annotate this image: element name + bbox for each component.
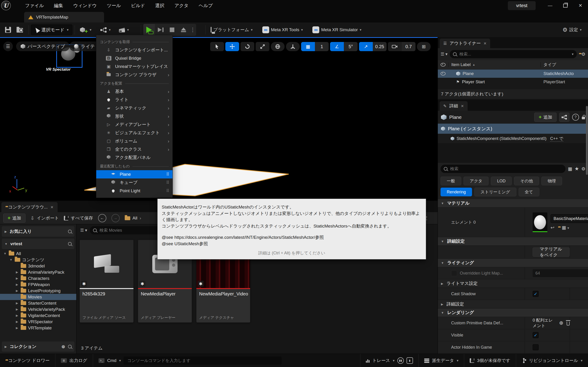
visibility-column-icon[interactable] [438,63,448,67]
viewport-options-button[interactable]: ☰ [3,42,13,51]
menu-item-marketplace[interactable]: ▣Unrealマーケットプレイス [96,62,173,71]
section-advanced-materials[interactable]: ▼詳細設定 [438,237,588,246]
scale-tool-button[interactable] [256,42,269,51]
lightmap-res-value[interactable]: 64 [533,269,588,277]
overridden-lightmap-checkbox[interactable] [451,270,457,276]
outliner-search-box[interactable]: ▾ [450,50,577,58]
menu-item-all-classes[interactable]: ❐全てのクラス› [96,145,173,153]
stop-button[interactable] [166,24,178,36]
frame-skip-button[interactable] [155,24,166,36]
tree-vrtemplate[interactable]: ▶VRTemplate [0,325,76,331]
browse-content-button[interactable] [14,24,26,35]
cast-shadow-checkbox[interactable] [533,291,539,297]
use-selected-asset-icon[interactable]: ↩ [551,225,554,230]
move-tool-button[interactable] [225,42,239,51]
details-search-input[interactable] [450,166,562,172]
chevron-down-icon[interactable]: ▾ [572,52,574,56]
column-item-label[interactable]: Item Label▲ [448,62,540,67]
menu-select[interactable]: 選択 [155,2,164,9]
console-input[interactable] [127,358,278,363]
add-component-button[interactable]: +追加 [534,113,556,122]
outliner-settings-icon[interactable]: ⚙ [581,51,586,57]
menu-item-content-browser[interactable]: コンテンツ ブラウザ› [96,71,173,79]
section-lightmass[interactable]: ▶ライトマス設定 [438,279,588,288]
revision-control-button[interactable]: リビジョンコントロール ▾ [516,354,588,367]
trash-icon[interactable] [567,322,570,325]
favorites-header[interactable]: ▶ お気に入り [2,226,74,237]
chip-general[interactable]: 一般 [441,177,461,185]
menu-edit[interactable]: 編集 [54,2,63,9]
menu-item-quixel-bridge[interactable]: BQuixel Bridge [96,54,173,62]
material-thumbnail[interactable] [533,212,547,232]
close-icon[interactable]: ✕ [484,41,486,46]
add-actor-button[interactable]: + ▾ [77,24,94,35]
surface-snapping-button[interactable] [286,42,300,51]
outliner-row-player-start[interactable]: ⚑ Player Start PlayerStart [438,78,588,86]
add-collection-icon[interactable]: ⊕ [61,344,65,349]
stats-icon[interactable]: ▮▮ [397,357,404,364]
chip-all[interactable]: 全て [519,188,539,196]
camera-speed-button[interactable] [388,42,402,51]
menu-item-cinematic[interactable]: ▰シネマティック› [96,104,173,112]
screenshot-icon[interactable]: ▮ [406,357,413,364]
menu-item-placement-panel[interactable]: アクタ配置パネル [96,153,173,162]
drag-grip-icon[interactable]: ⠿ [166,172,169,177]
eject-button[interactable] [178,24,189,36]
tree-animalvarietypack[interactable]: ▶AnimalVarietyPack [0,269,76,275]
tab-content-browser[interactable]: コンテンツブラウ... ✕ [1,202,58,212]
lock-icon[interactable] [582,117,585,119]
rotation-snap-toggle[interactable]: ∠ [330,42,344,51]
chevron-down-icon[interactable]: ▾ [119,359,121,363]
cb-add-button[interactable]: +追加 [3,214,26,223]
meta-xr-tools-dropdown[interactable]: ∞ Meta XR Tools ▾ [259,24,306,35]
play-options-button[interactable]: ⋮ [189,24,196,36]
section-materials[interactable]: ▼マテリアル [438,199,588,208]
close-button[interactable]: ✕ [573,0,588,11]
tree-vrspectator[interactable]: ▶VRSpectator [0,319,76,325]
save-all-button[interactable]: すべて保存 [64,215,93,221]
menu-item-recent-point-light[interactable]: Point Light⠿ [96,187,173,195]
menu-item-recent-plane[interactable]: Plane⠿ [96,170,173,178]
camera-speed-value[interactable]: 0.7 [402,42,415,51]
texture-options-icon[interactable]: ▦ ▾ [562,225,569,230]
breadcrumb[interactable]: All › [125,216,141,221]
column-type[interactable]: タイプ [540,62,588,67]
trace-button[interactable]: トレース ▾ ▮▮ ▮ [360,354,419,367]
menu-item-shapes[interactable]: 形状› [96,112,173,120]
tree-content[interactable]: ▼コンテンツ [0,257,76,263]
blueprints-dropdown-button[interactable]: ▾ [97,24,113,35]
scale-snap-toggle[interactable]: ↗ [359,42,373,51]
select-tool-button[interactable] [210,42,224,51]
rotate-tool-button[interactable] [241,42,254,51]
filter-icon[interactable]: ☰ ▾ [441,52,447,57]
settings-dropdown-button[interactable]: ⚙ 設定 ▾ [560,24,584,35]
menu-tools[interactable]: ツール [107,2,121,9]
import-button[interactable]: ⇩インポート [31,215,59,221]
menu-build[interactable]: ビルド [131,2,145,9]
close-icon[interactable]: ✕ [461,104,464,108]
chip-streaming[interactable]: ストリーミング [474,188,516,196]
collections-header[interactable]: ▶ コレクション ⊕ [2,342,74,352]
drag-grip-icon[interactable]: ⠿ [166,180,169,185]
tree-characters[interactable]: ▶Characters [0,275,76,282]
forward-button[interactable]: → [111,214,120,222]
section-lighting[interactable]: ▼ライティング [438,259,588,267]
tree-vehiclevarietypack[interactable]: ▶VehicleVarietyPack [0,306,76,312]
project-root-header[interactable]: ▼ vrtest [2,239,74,249]
back-button[interactable]: ← [98,214,106,222]
restore-button[interactable] [558,0,573,11]
chip-actor[interactable]: アクタ [464,177,489,185]
outliner-row-plane[interactable]: Plane StaticMeshActo [438,69,588,78]
section-rendering[interactable]: ▼レンダリング [438,309,588,317]
details-scrollbar[interactable] [586,106,588,175]
component-row-plane-instance[interactable]: Plane (インスタンス) [438,124,588,134]
level-viewport[interactable]: VR Spectator ☰ パースペクティブ ライティ [0,37,438,201]
unsaved-changes-button[interactable]: 3個が未保存です [464,354,516,367]
grid-snap-value[interactable]: 1 [315,42,329,51]
edit-blueprint-button[interactable] [559,113,569,122]
scale-snap-value[interactable]: 0.25 [373,42,387,51]
tree-vigilantecontent[interactable]: ▶VigilanteContent [0,312,76,319]
menu-help[interactable]: ヘルプ [199,2,213,9]
tree-levelprototyping[interactable]: ▶LevelPrototyping [0,288,76,294]
menu-window[interactable]: ウィンドウ [73,2,97,9]
